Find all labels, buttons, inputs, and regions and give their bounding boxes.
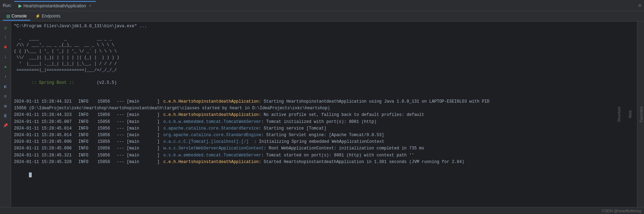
log-dashes-7: --- [ [117,145,129,152]
log-pid-3: 15056 [98,119,117,125]
log-ts-6: 2024-01-11 15:28:45.096 [14,139,78,145]
log-dashes-4: --- [ [117,125,129,132]
log-line-9: 2024-01-11 15:28:45.328 INFO 15056 --- [… [14,159,634,165]
log-ts-3: 2024-01-11 15:28:45.007 [14,119,78,125]
tab-console[interactable]: ▤ Console [3,12,30,21]
log-class-3: o.s.b.w.embedded.tomcat.TomcatWebServer [163,119,261,125]
deploy-button[interactable]: ◧ [1,82,10,91]
run-tab[interactable]: ▶ HeartshopinstantdeathApplication ✕ [14,1,95,10]
scroll-up-button[interactable]: ↑ [1,33,10,42]
print-button[interactable]: ⊟ [1,91,10,101]
log-thread-8: main [129,152,157,159]
run-tab-close[interactable]: ✕ [89,4,92,8]
settings-icon[interactable]: ⚙ [638,2,641,8]
stop-button[interactable]: ■ [1,43,10,52]
log-class-9: c.e.h.HeartshopinstantdeathApplication [163,159,259,165]
blank-line-1 [14,29,634,36]
log-msg-7: : Root WebApplicationContext: initializa… [264,145,424,152]
log-class-5: org.apache.catalina.core.StandardEngine [163,132,261,139]
credit-text: CSDN @heartfluttering [602,209,641,213]
log-thread-5: main [129,132,157,139]
log-pid-8: 15056 [98,152,117,159]
log-level-5: INFO [78,132,98,139]
run-tab-label: HeartshopinstantdeathApplication [23,3,86,8]
log-pid-6: 15056 [98,139,117,145]
log-pid-9: 15056 [98,159,117,165]
ascii-line-4: \\/ ___)| |_)| | | | | || (_| | ) ) ) ) [14,54,634,61]
log-dashes-6: --- [ [117,139,129,145]
log-level-1: INFO [78,98,98,105]
log-pid-1: 15056 [98,98,117,105]
pin-button[interactable]: 📌 [1,121,10,130]
log-thread-1: main [129,98,157,105]
log-bracket-close-1: ] [157,98,163,105]
log-class-1: c.e.h.HeartshopinstantdeathApplication [163,98,259,105]
ascii-line-6: =========|_|===============|___/=/_/_/_/ [14,67,634,73]
log-pid-7: 15056 [98,145,117,152]
endpoints-icon: ⚡ [35,14,40,19]
log-ts-1: 2024-01-11 15:28:44.321 [14,98,78,105]
delete-button[interactable]: 🗑 [1,111,10,120]
log-dashes-3: --- [ [117,119,129,125]
log-msg-1b: 15056 (D:\IdeaProjects\zxkc\heartshop\he… [14,105,330,112]
ascii-line-5: ' |____| .__|_| |_|_| |_\__, | / / / / [14,61,634,67]
tab-endpoints-label: Endpoints [42,14,60,19]
log-msg-5: : Starting Servlet engine: [Apache Tomca… [261,132,384,139]
log-dashes-2: --- [ [117,112,129,118]
log-ts-8: 2024-01-11 15:28:45.321 [14,152,78,159]
log-bracket-close-8: ] [157,152,163,159]
log-line-1: 2024-01-11 15:28:44.321 INFO 15056 --- [… [14,98,634,105]
side-toolbar: ↺ ↑ ■ ↓ ▲ ⬆ ◧ ⊟ ▤ 🗑 📌 [0,22,11,207]
rerun-button[interactable]: ↺ [1,23,10,32]
console-icon: ▤ [6,14,10,19]
log-bracket-close-6: ] [157,139,163,145]
log-msg-2: : No active profile set, falling back to… [259,112,424,118]
log-bracket-close-7: ] [157,145,163,152]
blank-line-2 [14,92,634,98]
log-msg-9: : Started HeartshopinstantdeathApplicati… [259,159,465,165]
update-button[interactable]: ⬆ [1,72,10,81]
log-pid-5: 15056 [98,132,117,139]
console-output[interactable]: "C:\Program Files\Java\jdk1.8.0_131\bin\… [11,22,637,207]
log-ts-2: 2024-01-11 15:28:44.323 [14,112,78,118]
log-level-8: INFO [78,152,98,159]
spring-boot-line: :: Spring Boot :: (v2.5.5) [14,73,634,92]
structure-panel-label[interactable]: Structure [617,106,621,122]
layout-button[interactable]: ▤ [1,101,10,110]
right-panel-labels: Favorites Web Structure [637,22,644,207]
scroll-down-button[interactable]: ↓ [1,52,10,61]
log-class-6: o.a.c.c.C.[Tomcat].[localhost].[/] [163,139,254,145]
log-class-4: o.apache.catalina.core.StandardService [163,125,259,132]
log-thread-4: main [129,125,157,132]
log-line-4: 2024-01-11 15:28:45.014 INFO 15056 --- [… [14,125,634,132]
cursor-line [14,165,634,184]
log-ts-5: 2024-01-11 15:28:45.014 [14,132,78,139]
log-level-3: INFO [78,119,98,125]
log-bracket-close-3: ] [157,119,163,125]
log-line-3: 2024-01-11 15:28:45.007 INFO 15056 --- [… [14,119,634,125]
log-dashes-9: --- [ [117,159,129,165]
log-bracket-close-5: ] [157,132,163,139]
log-msg-1: : Starting HeartshopinstantdeathApplicat… [259,98,490,105]
web-panel-label[interactable]: Web [628,110,632,118]
log-bracket-close-9: ] [157,159,163,165]
log-dashes-8: --- [ [117,152,129,159]
log-pid-4: 15056 [98,125,117,132]
build-button[interactable]: ▲ [1,62,10,71]
log-line-7: 2024-01-11 15:28:45.096 INFO 15056 --- [… [14,145,634,152]
ascii-line-3: ( ( )\___ | '_ | '_| | '_ \/ _` | \ \ \ … [14,48,634,54]
log-msg-3: : Tomcat initialized with port(s): 8081 … [261,119,377,125]
tab-endpoints[interactable]: ⚡ Endpoints [32,12,64,21]
favorites-panel-label[interactable]: Favorites [639,106,643,122]
log-bracket-close-2: ] [157,112,163,118]
run-tab-icon: ▶ [18,3,22,8]
log-msg-4: : Starting service [Tomcat] [259,125,326,132]
log-line-6: 2024-01-11 15:28:45.096 INFO 15056 --- [… [14,139,634,145]
run-label: Run: [3,3,11,8]
tab-console-label: Console [11,14,27,19]
ascii-line-1: . ____ _ __ _ _ [14,36,634,42]
log-thread-3: main [129,119,157,125]
spring-boot-label: :: Spring Boot :: [29,80,77,85]
log-pid-2: 15056 [98,112,117,118]
log-level-2: INFO [78,112,98,118]
